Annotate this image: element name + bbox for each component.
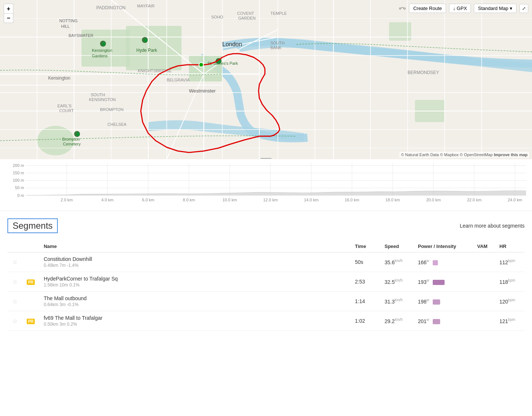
svg-text:London: London: [222, 41, 242, 47]
map-toolbar: Create Route ↓ GPX Standard Map ▾ ⤢: [399, 4, 528, 13]
svg-text:20.0 km: 20.0 km: [426, 198, 440, 202]
intensity-bar: [433, 280, 445, 285]
segment-speed: 29.2km/h: [385, 318, 403, 324]
svg-text:Kensington: Kensington: [48, 76, 70, 81]
segment-speed: 31.3km/h: [385, 299, 403, 305]
svg-text:16.0 km: 16.0 km: [345, 198, 359, 202]
svg-text:BAYSWATER: BAYSWATER: [69, 33, 93, 38]
svg-text:100 m: 100 m: [13, 178, 24, 182]
svg-text:HILL: HILL: [61, 24, 70, 28]
table-row: ☆PR fv69 The Mall to Trafalgar 0.50km 3m…: [7, 311, 525, 331]
zoom-out-button[interactable]: −: [4, 13, 13, 23]
svg-text:EARL'S: EARL'S: [57, 104, 72, 108]
svg-text:SOUTH: SOUTH: [91, 93, 105, 97]
table-row: ☆ Constitution Downhill 0.49km 7m -1.4% …: [7, 252, 525, 272]
star-button[interactable]: ☆: [12, 279, 17, 285]
zoom-in-button[interactable]: +: [4, 4, 13, 13]
segment-name[interactable]: Constitution Downhill: [44, 256, 346, 262]
svg-text:MAYFAIR: MAYFAIR: [137, 4, 155, 8]
table-row: ☆ The Mall outbound 0.64km 3m -0.1% 1:14…: [7, 292, 525, 311]
svg-point-75: [404, 8, 405, 9]
svg-text:22.0 km: 22.0 km: [467, 198, 481, 202]
segment-time: 2:53: [355, 279, 365, 285]
segments-tbody: ☆ Constitution Downhill 0.49km 7m -1.4% …: [7, 252, 525, 331]
svg-text:🌲: 🌲: [76, 132, 80, 137]
map-resize-handle[interactable]: [259, 158, 273, 159]
svg-text:SOUTH: SOUTH: [270, 41, 285, 45]
svg-text:BERMONDSEY: BERMONDSEY: [408, 70, 439, 75]
segment-meta: 0.50km 3m 0.2%: [44, 322, 346, 327]
intensity-bar: [433, 260, 438, 265]
segment-hr: 121bpm: [499, 318, 515, 324]
svg-text:2.0 km: 2.0 km: [60, 198, 73, 202]
svg-text:8.0 km: 8.0 km: [183, 198, 195, 202]
table-header-row: Name Time Speed Power / Intensity VAM HR: [7, 241, 525, 252]
svg-text:4.0 km: 4.0 km: [101, 198, 113, 202]
map-controls: + −: [4, 4, 13, 23]
segment-hr: 120bpm: [499, 299, 515, 305]
standard-map-button[interactable]: Standard Map ▾: [474, 4, 516, 13]
svg-text:14.0 km: 14.0 km: [304, 198, 318, 202]
segment-power: 193w: [418, 279, 429, 285]
svg-text:BELGRAVIA: BELGRAVIA: [167, 78, 190, 82]
svg-rect-5: [389, 22, 411, 41]
svg-text:Cemetery: Cemetery: [63, 142, 81, 146]
create-route-button[interactable]: Create Route: [409, 4, 446, 13]
col-header-power: Power / Intensity: [413, 241, 473, 252]
svg-text:SOHO: SOHO: [211, 15, 223, 19]
svg-point-74: [399, 8, 401, 9]
svg-text:10.0 km: 10.0 km: [222, 198, 237, 202]
segment-speed: 32.5km/h: [385, 279, 403, 285]
svg-text:BANK: BANK: [270, 46, 282, 50]
segments-title: Segments: [7, 218, 58, 233]
intensity-bar: [433, 319, 440, 324]
svg-text:Gardens: Gardens: [92, 54, 108, 58]
segment-power: 166w: [418, 259, 429, 265]
pr-badge: PR: [27, 319, 35, 324]
gpx-button[interactable]: ↓ GPX: [449, 4, 471, 13]
svg-text:COURT: COURT: [59, 108, 74, 113]
col-header-name: Name: [39, 241, 350, 252]
star-button[interactable]: ☆: [12, 298, 17, 305]
segment-hr: 118bpm: [499, 279, 515, 285]
col-header-star: [7, 241, 22, 252]
map-container[interactable]: PADDINGTON NOTTING HILL BAYSWATER Kensin…: [0, 0, 532, 159]
segment-time: 1:14: [355, 298, 365, 304]
col-header-time: Time: [350, 241, 380, 252]
svg-text:0 m: 0 m: [17, 193, 24, 197]
svg-text:6.0 km: 6.0 km: [142, 198, 154, 202]
svg-text:🌲: 🌲: [102, 41, 106, 46]
col-header-badge: [22, 241, 39, 252]
segment-power: 198w: [418, 299, 429, 305]
segment-name[interactable]: HydeParkCorner to Trafalgar Sq: [44, 276, 346, 282]
segments-header: Segments Learn more about segments: [7, 218, 525, 233]
svg-text:Hyde Park: Hyde Park: [136, 48, 157, 53]
svg-text:12.0 km: 12.0 km: [263, 198, 277, 202]
segment-speed: 35.6km/h: [385, 259, 403, 265]
segment-meta: 0.64km 3m -0.1%: [44, 302, 346, 307]
col-header-hr: HR: [495, 241, 525, 252]
svg-point-73: [199, 63, 203, 67]
segment-name[interactable]: The Mall outbound: [44, 295, 346, 301]
star-button[interactable]: ☆: [12, 318, 17, 324]
svg-text:Kensington: Kensington: [92, 48, 112, 53]
learn-more-link[interactable]: Learn more about segments: [460, 223, 525, 229]
svg-text:50 m: 50 m: [15, 186, 24, 190]
segments-table: Name Time Speed Power / Intensity VAM HR…: [7, 241, 525, 331]
star-button[interactable]: ☆: [12, 259, 17, 265]
svg-text:TEMPLE: TEMPLE: [270, 11, 287, 16]
svg-text:GARDEN: GARDEN: [238, 16, 256, 20]
segment-meta: 1.56km 10m 0.1%: [44, 282, 346, 288]
svg-text:200 m: 200 m: [13, 163, 24, 167]
segment-meta: 0.49km 7m -1.4%: [44, 263, 346, 268]
table-row: ☆PR HydeParkCorner to Trafalgar Sq 1.56k…: [7, 272, 525, 292]
segment-name[interactable]: fv69 The Mall to Trafalgar: [44, 315, 346, 321]
svg-text:24.0 km: 24.0 km: [508, 198, 522, 202]
svg-text:Brompton: Brompton: [62, 137, 80, 141]
segment-time: 50s: [355, 259, 363, 265]
pr-badge: PR: [27, 279, 35, 285]
segment-power: 201w: [418, 318, 429, 324]
svg-text:🌲: 🌲: [143, 38, 148, 43]
fullscreen-button[interactable]: ⤢: [519, 4, 528, 13]
segment-hr: 112bpm: [499, 259, 515, 265]
